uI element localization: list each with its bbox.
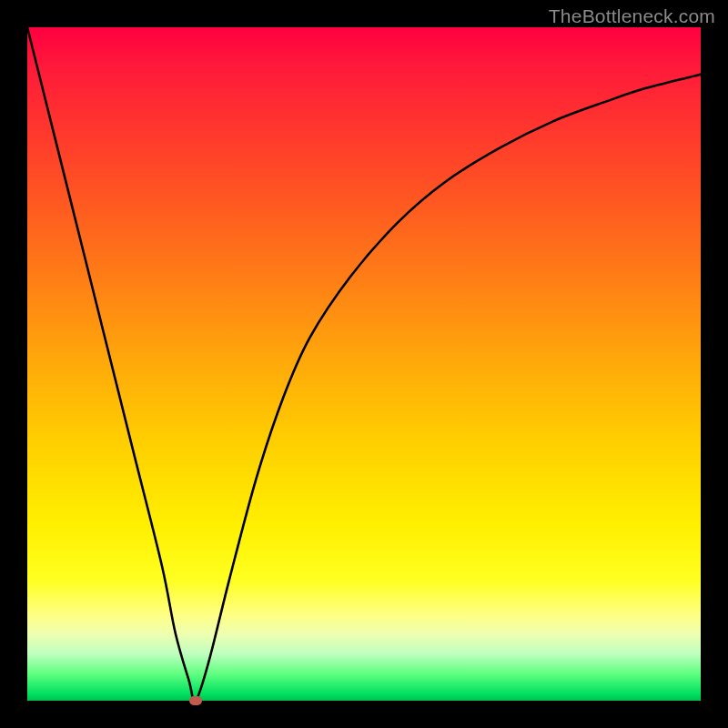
min-point-marker bbox=[189, 696, 202, 705]
watermark-text: TheBottleneck.com bbox=[549, 5, 715, 27]
bottleneck-curve bbox=[27, 27, 701, 701]
plot-area bbox=[27, 27, 701, 701]
chart-frame: TheBottleneck.com bbox=[0, 0, 728, 728]
